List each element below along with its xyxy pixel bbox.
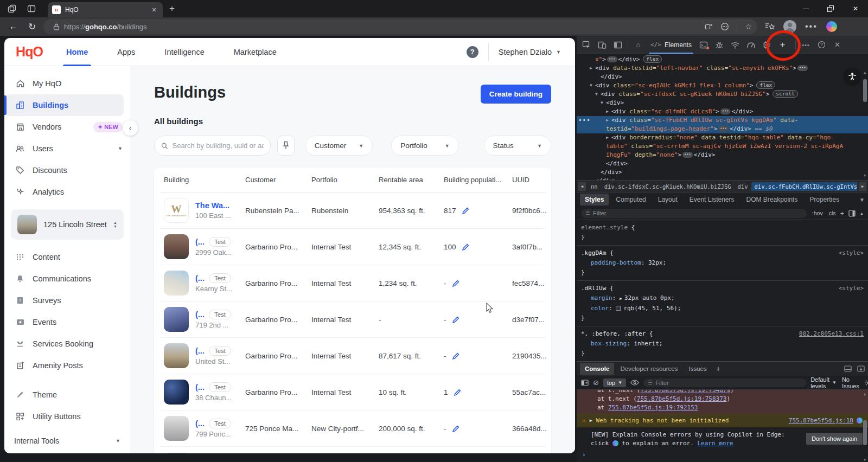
- sidebar-item-discounts[interactable]: Discounts: [4, 159, 130, 181]
- status-filter-dropdown[interactable]: Status▼: [484, 136, 551, 156]
- clear-console-icon[interactable]: ⊘: [593, 378, 599, 387]
- sidebar-item-vendors[interactable]: Vendors ✦ NEW: [4, 116, 130, 138]
- tab-styles[interactable]: Styles: [580, 194, 609, 206]
- sidebar-item-internal-tools[interactable]: Internal Tools ▼: [4, 428, 130, 453]
- breadcrumb-item[interactable]: div: [735, 182, 751, 191]
- refresh-icon[interactable]: ↻: [23, 21, 41, 33]
- breadcrumb-item[interactable]: nn: [588, 182, 601, 191]
- table-row[interactable]: (...Test United St... Garbarino Pro... I…: [159, 338, 546, 374]
- dom-node-line[interactable]: ▶<div borderradius="none" data-testid="h…: [577, 133, 868, 159]
- devtools-close-icon[interactable]: ✕: [830, 38, 845, 52]
- default-levels-dropdown[interactable]: Default levels▼: [810, 376, 837, 389]
- col-portfolio[interactable]: Portfolio: [311, 176, 379, 184]
- edit-pencil-icon[interactable]: [454, 388, 462, 396]
- building-name-link[interactable]: (...: [195, 310, 205, 319]
- console-scrollbar[interactable]: ▲▼: [861, 391, 868, 462]
- create-building-button[interactable]: Create building: [481, 85, 551, 104]
- nav-marketplace[interactable]: Marketplace: [234, 38, 277, 66]
- nav-apps[interactable]: Apps: [117, 38, 135, 66]
- edit-pencil-icon[interactable]: [452, 316, 460, 324]
- pin-filter-button[interactable]: [277, 136, 295, 156]
- table-row[interactable]: WTHE WANAMAKER The Wa... 100 East ... Ru…: [159, 193, 546, 229]
- portfolio-filter-dropdown[interactable]: Portfolio▼: [391, 136, 458, 156]
- new-tab-button[interactable]: +: [169, 3, 175, 14]
- bookmark-star-icon[interactable]: ☆: [745, 22, 752, 31]
- tab-console[interactable]: Console: [580, 363, 614, 375]
- browser-menu-icon[interactable]: •••: [805, 22, 818, 31]
- sidebar-item-users[interactable]: Users ▼: [4, 138, 130, 159]
- col-uuid[interactable]: UUID: [512, 176, 541, 184]
- style-rule[interactable]: *, :before, :after {882.2c805e13.css:1bo…: [577, 326, 868, 361]
- warning-source-link[interactable]: 755.87be5f5d.js:18: [789, 416, 853, 425]
- address-bar[interactable]: https://gohqo.co/buildings ☆: [43, 19, 757, 34]
- sidebar-item-my-hqo[interactable]: My HqO: [4, 73, 130, 94]
- building-name-link[interactable]: (...: [195, 238, 205, 246]
- table-row[interactable]: (...Test 799 Ponc... 725 Ponce Ma... New…: [159, 410, 546, 447]
- sidebar-item-content[interactable]: Content: [4, 246, 130, 268]
- copilot-icon[interactable]: [826, 21, 837, 32]
- search-input-wrap[interactable]: [154, 136, 271, 156]
- breadcrumb-item[interactable]: div.sc-fFubCH.dRlIUw.sc-gIntVs.kggDAm: [751, 182, 857, 191]
- no-issues-label[interactable]: No Issues: [842, 376, 859, 389]
- computed-sidebar-icon[interactable]: [848, 210, 856, 217]
- home-panel-icon[interactable]: ⌂: [631, 38, 646, 52]
- style-rule[interactable]: .dRlIUw {<style>margin: ▶32px auto 0px;c…: [577, 281, 868, 326]
- devtools-help-icon[interactable]: ?: [814, 38, 829, 52]
- learn-more-link[interactable]: Learn more: [697, 440, 733, 447]
- favorites-icon[interactable]: [765, 22, 775, 31]
- tab-close-icon[interactable]: ✕: [150, 7, 158, 14]
- customer-filter-dropdown[interactable]: Customer▼: [305, 136, 373, 156]
- dom-node-line[interactable]: </div>: [577, 177, 868, 180]
- table-row[interactable]: (...Test 2999 Oak... Garbarino Pro... In…: [159, 229, 546, 265]
- sidebar-item-services-booking[interactable]: Services Booking: [4, 333, 130, 355]
- context-selector[interactable]: top▼: [603, 378, 626, 387]
- tab-developer-resources[interactable]: Developer resources: [615, 363, 682, 375]
- breadcrumb-item[interactable]: div.sc-ifdsxC.sc-gKiuek.hKOmiU.biZJSG: [601, 182, 735, 191]
- console-sidebar-icon[interactable]: [581, 380, 589, 386]
- close-button[interactable]: ✕: [843, 0, 868, 17]
- dom-node-line[interactable]: </div>: [577, 73, 868, 81]
- device-toolbar-icon[interactable]: [595, 38, 609, 52]
- building-name-link[interactable]: The Wa...: [195, 201, 229, 210]
- dom-node-line[interactable]: •••▶<div class="sc-fFubCH dRlIUw sc-gInt…: [577, 116, 868, 133]
- tab-computed[interactable]: Computed: [611, 194, 650, 206]
- help-icon[interactable]: ?: [467, 46, 478, 58]
- table-row[interactable]: (...Test 38 Chaun... Garbarino Pro... In…: [159, 374, 546, 410]
- col-building[interactable]: Building: [164, 176, 245, 184]
- debugger-bug-icon[interactable]: [712, 38, 727, 52]
- search-input[interactable]: [172, 142, 264, 150]
- dont-show-again-button[interactable]: Don't show again: [806, 433, 863, 445]
- edit-pencil-icon[interactable]: [452, 279, 460, 287]
- styles-filter-input[interactable]: ☰Filter: [581, 209, 807, 218]
- elements-scrollbar[interactable]: ▲▼: [861, 54, 868, 180]
- dom-node-line[interactable]: ▶<div data-testid="left-navbar" class="s…: [577, 64, 868, 73]
- dom-node-line[interactable]: ▶<div class="sc-dlfmHC dcLcsB">•••</div>: [577, 107, 868, 116]
- col-rentable-area[interactable]: Rentable area: [379, 176, 444, 184]
- edit-pencil-icon[interactable]: [462, 243, 470, 251]
- tab-dom-breakpoints[interactable]: DOM Breakpoints: [741, 194, 802, 206]
- tab-actions-icon[interactable]: [24, 2, 39, 15]
- tab-issues[interactable]: Issues: [684, 363, 711, 375]
- browser-tab[interactable]: H HqO ✕: [48, 2, 163, 17]
- expand-arrow-icon[interactable]: ▶: [590, 416, 592, 425]
- eye-icon[interactable]: [630, 380, 639, 386]
- restore-button[interactable]: [818, 0, 843, 17]
- sidebar-item-utility-buttons[interactable]: Utility Buttons: [4, 406, 130, 427]
- performance-gauge-icon[interactable]: [744, 38, 758, 52]
- tab-elements[interactable]: </>Elements: [647, 36, 695, 54]
- edit-pencil-icon[interactable]: [462, 207, 470, 215]
- table-row[interactable]: (...Test Kearny St... Garbarino Pro... I…: [159, 265, 546, 301]
- network-wifi-icon[interactable]: [728, 38, 743, 52]
- building-name-link[interactable]: (...: [195, 383, 205, 392]
- hov-toggle[interactable]: :hov: [812, 210, 823, 216]
- workspaces-icon[interactable]: [4, 2, 20, 15]
- edit-pencil-icon[interactable]: [452, 425, 460, 433]
- chevron-down-icon[interactable]: ▼: [859, 197, 865, 203]
- stack-frame-link[interactable]: 755.87be5f5d.js:19:758373: [637, 395, 727, 402]
- table-row[interactable]: 1 100th ...: [159, 447, 546, 453]
- console-panel-icon[interactable]: [697, 38, 711, 52]
- col-building-population[interactable]: Building populati...: [444, 176, 512, 184]
- building-name-link[interactable]: (...: [195, 419, 205, 428]
- console-filter-input[interactable]: ☰Filter: [643, 378, 806, 387]
- sidebar-item-surveys[interactable]: ? Surveys: [4, 290, 130, 311]
